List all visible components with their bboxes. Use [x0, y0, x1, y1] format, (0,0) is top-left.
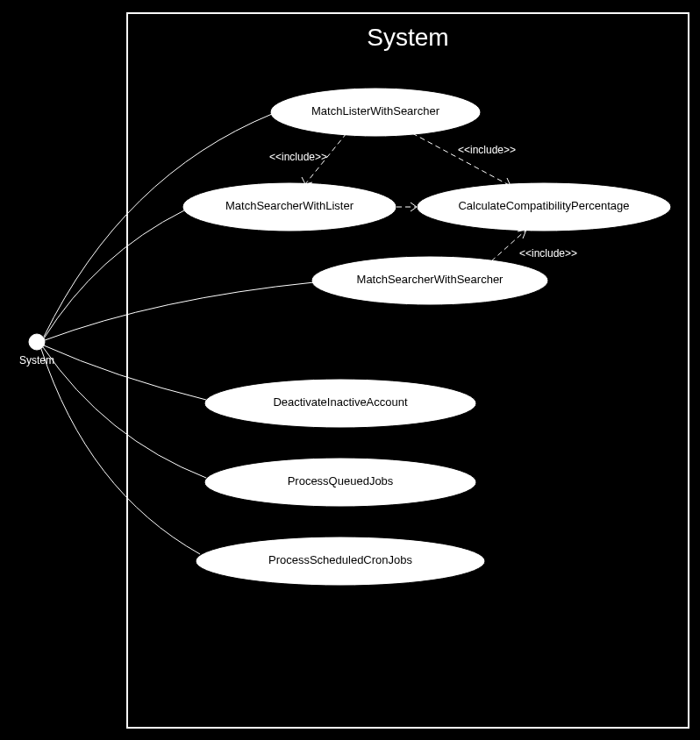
assoc-actor-uc4 [45, 282, 314, 340]
include-uc1-uc3: <<include>> [412, 133, 516, 186]
usecase-label-uc7: ProcessScheduledCronJobs [268, 553, 413, 566]
svg-point-0 [29, 334, 45, 350]
include-label-12: <<include>> [269, 151, 327, 163]
use-case-diagram: System System MatchListerWithSearcher Ma… [0, 0, 700, 740]
assoc-actor-uc2 [44, 210, 184, 338]
usecase-label-uc4: MatchSearcherWithSearcher [357, 273, 504, 286]
assoc-actor-uc7 [41, 349, 200, 554]
usecase-label-uc6: ProcessQueuedJobs [288, 474, 394, 487]
include-label-43: <<include>> [519, 247, 577, 260]
include-label-13: <<include>> [458, 144, 516, 156]
usecase-label-uc1: MatchListerWithSearcher [311, 104, 440, 117]
include-uc4-uc3: <<include>> [491, 230, 577, 261]
include-uc1-uc2: <<include>> [269, 133, 346, 184]
include-uc2-uc3 [396, 203, 417, 211]
assoc-actor-uc5 [44, 345, 206, 400]
usecase-label-uc3: CalculateCompatibilityPercentage [458, 199, 629, 212]
system-boundary-label: System [367, 24, 448, 51]
usecase-label-uc2: MatchSearcherWithLister [225, 199, 354, 212]
usecase-label-uc5: DeactivateInactiveAccount [273, 395, 408, 409]
